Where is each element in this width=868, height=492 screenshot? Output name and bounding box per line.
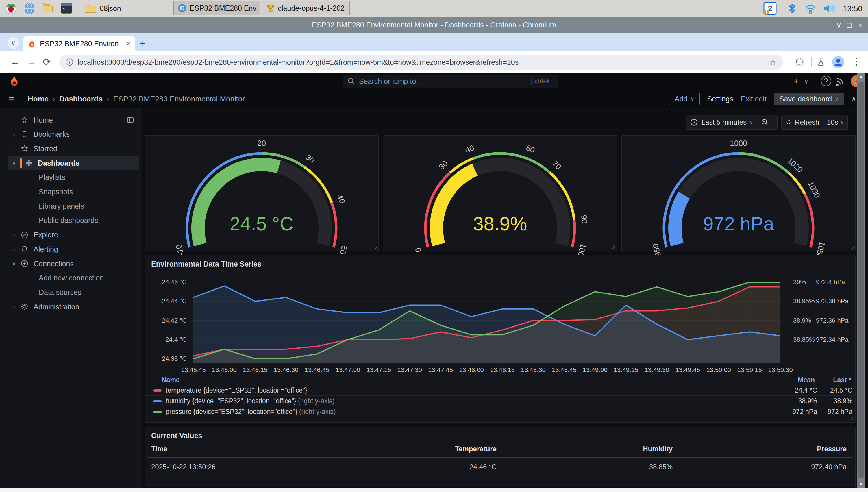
sidebar-item-home[interactable]: Home — [8, 113, 139, 127]
sidebar-item-administration[interactable]: ›Administration — [8, 300, 139, 314]
plus-chevron-icon[interactable]: ∨ — [804, 78, 809, 85]
tab-search-chevron-icon[interactable]: ∨ — [7, 37, 19, 49]
chevron-down-icon[interactable]: ∨ — [8, 159, 20, 167]
sidebar-item-data-sources[interactable]: Data sources — [8, 285, 139, 299]
sidebar-item-dashboards[interactable]: ∨Dashboards — [8, 156, 139, 170]
current-values-panel[interactable]: Current Values TimeTemperatureHumidityPr… — [145, 427, 855, 487]
chevron-right-icon[interactable]: › — [8, 246, 20, 253]
browser-menu-kebab-icon[interactable]: ⋮ — [852, 56, 861, 67]
bookmark-star-icon[interactable]: ☆ — [769, 57, 777, 67]
taskbar-window-chromium[interactable]: ESP32 BME280 Envir... — [173, 1, 260, 15]
timeseries-panel[interactable]: Environmental Data Time Series 24.46 °C2… — [145, 255, 855, 423]
legend-mean-header[interactable]: Mean — [798, 376, 815, 384]
wifi-icon[interactable] — [804, 2, 817, 15]
legend-series-label[interactable]: pressure {device="ESP32", location="offi… — [166, 408, 855, 416]
volume-icon[interactable] — [823, 2, 835, 15]
terminal-icon[interactable]: >_ — [60, 2, 73, 15]
exit-edit-button[interactable]: Exit edit — [741, 95, 767, 103]
browser-tab[interactable]: ESP32 BME280 Environ × — [23, 36, 135, 51]
chevron-down-icon[interactable]: ∨ — [8, 260, 20, 267]
profile-avatar[interactable] — [832, 56, 845, 69]
back-icon[interactable]: ← — [10, 56, 20, 67]
bluetooth-icon[interactable] — [786, 2, 798, 15]
scrollbar-thumb[interactable] — [858, 81, 864, 477]
legend-mean-value: 24.4 °C — [771, 387, 817, 394]
legend-row[interactable]: pressure {device="ESP32", location="offi… — [145, 406, 855, 417]
legend-row[interactable]: humidity {device="ESP32", location="offi… — [145, 395, 855, 407]
grafana-logo[interactable] — [8, 75, 20, 87]
maximize-icon[interactable]: □ — [844, 21, 854, 30]
table-col-header[interactable]: Pressure — [789, 445, 847, 453]
sidebar-item-snapshots[interactable]: Snapshots — [8, 185, 139, 199]
browser-launcher-icon[interactable] — [23, 2, 36, 15]
sidebar-item-playlists[interactable]: Playlists — [8, 171, 139, 184]
sidebar-item-library-panels[interactable]: Library panels — [8, 199, 139, 213]
close-icon[interactable]: × — [855, 21, 865, 30]
settings-button[interactable]: Settings — [707, 95, 733, 103]
vnc-status-icon[interactable]: 2 ! — [763, 1, 777, 15]
sidebar-item-alerting[interactable]: ›Alerting — [8, 242, 139, 256]
forward-icon[interactable]: → — [27, 56, 36, 67]
extensions-icon[interactable] — [793, 56, 805, 68]
scroll-down-icon[interactable]: ▼ — [857, 482, 865, 487]
grafana-favicon — [27, 39, 36, 48]
address-bar[interactable]: ⓘ localhost:3000/d/esp32-bme280/esp32-bm… — [59, 55, 783, 70]
table-col-header[interactable]: Time — [151, 445, 167, 453]
divider — [823, 115, 823, 129]
sidebar-item-explore[interactable]: ›Explore — [8, 228, 139, 242]
sidebar-item-starred[interactable]: ›Starred — [8, 142, 139, 155]
save-dashboard-button[interactable]: Save dashboard∨ — [774, 93, 844, 105]
sidebar-item-bookmarks[interactable]: ›Bookmarks — [8, 127, 139, 141]
site-info-icon[interactable]: ⓘ — [66, 57, 73, 67]
legend-row[interactable]: temperature {device="ESP32", location="o… — [145, 385, 855, 396]
help-icon[interactable]: ? — [821, 76, 831, 86]
breadcrumb-bar: ≡ Home › Dashboards › ESP32 BME280 Envir… — [0, 90, 868, 108]
window-titlebar[interactable]: ESP32 BME280 Environmental Monitor - Das… — [0, 17, 868, 33]
add-button[interactable]: Add∨ — [669, 93, 700, 105]
humidity-gauge-panel[interactable]: 0304060709010038.9% — [383, 135, 617, 251]
reload-icon[interactable]: ⟳ — [43, 56, 51, 68]
dock-sidebar-icon[interactable] — [126, 116, 135, 124]
temperature-gauge-panel[interactable]: -102030405024.5 °C — [145, 135, 379, 251]
breadcrumb-home[interactable]: Home — [28, 95, 49, 103]
minimize-icon[interactable]: ∨ — [834, 21, 844, 30]
file-manager-icon[interactable] — [42, 2, 54, 15]
time-range-picker[interactable]: Last 5 minutes ∨ — [686, 115, 777, 129]
folder-08json-icon[interactable] — [84, 2, 97, 15]
gauge-tick-label: 30 — [304, 153, 316, 165]
news-icon[interactable] — [835, 76, 845, 86]
chevron-right-icon[interactable]: › — [8, 303, 20, 310]
taskbar-window-claude[interactable]: claude-opus-4-1-202... — [262, 1, 350, 15]
legend-series-label[interactable]: temperature {device="ESP32", location="o… — [166, 387, 855, 394]
taskbar-folder-label[interactable]: 08json — [100, 4, 121, 13]
legend-series-label[interactable]: humidity {device="ESP32", location="offi… — [166, 397, 855, 405]
pressure-gauge-value: 972 hPa — [703, 213, 774, 235]
new-tab-icon[interactable]: + — [139, 38, 145, 49]
raspberry-menu-icon[interactable] — [5, 2, 17, 15]
table-col-header[interactable]: Humidity — [615, 445, 673, 453]
labs-flask-icon[interactable] — [816, 56, 827, 68]
table-col-header[interactable]: Temperature — [439, 445, 497, 453]
tab-close-icon[interactable]: × — [126, 39, 131, 48]
chevron-right-icon[interactable]: › — [8, 145, 20, 152]
zoom-out-icon[interactable] — [761, 118, 769, 126]
chevron-right-icon[interactable]: › — [8, 231, 20, 238]
page-scrollbar[interactable]: ▲ ▼ — [857, 73, 865, 488]
add-plus-icon[interactable]: + — [793, 76, 799, 87]
refresh-picker[interactable]: Refresh 10s ∨ — [781, 115, 848, 129]
x-axis-tick: 13:50:15 — [737, 366, 762, 373]
mega-menu-icon[interactable]: ≡ — [9, 93, 15, 105]
sidebar-item-public-dashboards[interactable]: Public dashboards — [8, 214, 139, 227]
search-input[interactable]: Search or jump to... ctrl+k — [343, 75, 558, 88]
legend-last-header[interactable]: Last * — [833, 376, 851, 384]
chevron-right-icon[interactable]: › — [8, 131, 20, 138]
scroll-up-icon[interactable]: ▲ — [857, 74, 865, 79]
legend-name-header[interactable]: Name — [162, 376, 180, 384]
breadcrumb-dashboards[interactable]: Dashboards — [59, 95, 103, 103]
pressure-gauge-panel[interactable]: 9501000102010301050972 hPa — [621, 135, 855, 251]
sidebar-item-connections[interactable]: ∨Connections — [8, 257, 139, 271]
sidebar-item-add-new-connection[interactable]: Add new connection — [8, 271, 139, 285]
collapse-header-icon[interactable]: ∧ — [851, 95, 857, 103]
taskbar-clock[interactable]: 13:50 — [843, 4, 863, 13]
humidity-gauge-value: 38.9% — [473, 213, 527, 235]
